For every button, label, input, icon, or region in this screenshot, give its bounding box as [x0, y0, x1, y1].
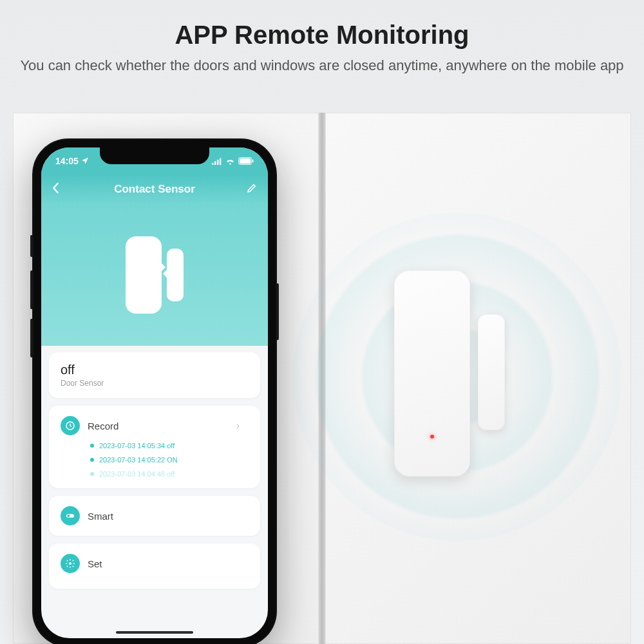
phone-mute-switch [30, 235, 32, 257]
chevron-right-icon: › [236, 420, 240, 431]
record-card[interactable]: Record › 2023-07-03 14:05:34 off 2023-07… [49, 406, 260, 488]
svg-rect-1 [214, 161, 216, 165]
back-button[interactable] [52, 182, 59, 196]
location-icon [81, 156, 89, 166]
svg-rect-0 [212, 162, 213, 164]
svg-point-9 [67, 515, 70, 517]
smart-card[interactable]: Smart [49, 496, 260, 536]
record-entry: 2023-07-03 14:04:48 off [90, 470, 249, 478]
sensor-state: off [61, 363, 249, 377]
record-entry: 2023-07-03 14:05:34 off [90, 442, 249, 450]
smart-icon [61, 506, 80, 526]
marketing-heading: APP Remote Monitoring You can check whet… [0, 21, 644, 75]
sensor-icon [126, 236, 184, 314]
record-label: Record [88, 421, 118, 431]
phone-notch [100, 147, 209, 164]
smart-label: Smart [88, 511, 113, 522]
phone-volume-up [30, 270, 32, 309]
sensor-main-body [394, 270, 470, 477]
phone-screen: 14:05 Contact Sensor [41, 147, 268, 638]
status-time: 14:05 [55, 156, 79, 166]
set-card[interactable]: Set [49, 544, 260, 589]
phone-power-button [277, 283, 279, 340]
content-area: off Door Sensor Record › 2023-07-03 14:0… [41, 346, 268, 595]
record-list: 2023-07-03 14:05:34 off 2023-07-03 14:05… [61, 442, 249, 478]
phone-volume-down [30, 319, 32, 357]
svg-rect-5 [240, 158, 251, 164]
sensor-label: Door Sensor [61, 379, 249, 388]
battery-icon [238, 157, 254, 165]
sensor-hero-graphic [41, 204, 268, 346]
edit-button[interactable] [246, 182, 258, 196]
svg-rect-6 [252, 160, 254, 163]
heading-title: APP Remote Monitoring [0, 21, 644, 50]
phone-mockup: 14:05 Contact Sensor [32, 138, 277, 644]
settings-icon [61, 554, 80, 573]
svg-point-10 [69, 562, 71, 565]
svg-rect-2 [217, 160, 218, 165]
clock-icon [61, 416, 80, 435]
svg-rect-3 [220, 158, 221, 164]
app-title: Contact Sensor [114, 183, 195, 196]
app-header: Contact Sensor [41, 175, 268, 204]
sensor-led-indicator [430, 435, 434, 439]
sensor-magnet-body [478, 314, 505, 430]
door-sensor-device [394, 270, 470, 477]
signal-icon [212, 158, 222, 165]
home-indicator[interactable] [116, 631, 193, 634]
status-card[interactable]: off Door Sensor [49, 352, 260, 398]
heading-subtitle: You can check whether the doors and wind… [0, 56, 644, 75]
record-entry: 2023-07-03 14:05:22 ON [90, 456, 249, 464]
set-label: Set [88, 558, 102, 569]
wifi-icon [225, 158, 235, 165]
